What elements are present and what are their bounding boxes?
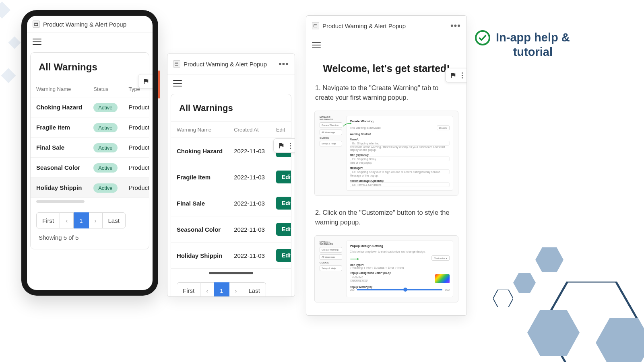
- warnings-table: Warning Name Status Type Choking HazardA…: [31, 81, 149, 198]
- table-row[interactable]: Final SaleActiveProduct: [31, 138, 149, 158]
- titlebar: 🗔 Product Warning & Alert Popup •••: [167, 54, 295, 74]
- pager-next[interactable]: ›: [89, 212, 103, 228]
- more-menu[interactable]: •••: [450, 21, 461, 31]
- callout: In-app help & tutorial: [475, 30, 570, 60]
- flag-button[interactable]: [138, 74, 153, 88]
- col-name: Warning Name: [31, 81, 88, 97]
- status-badge: Active: [93, 163, 117, 173]
- pager: First ‹ 1 › Last: [31, 207, 149, 234]
- flag-icon: [450, 72, 457, 79]
- col-created: Created At: [228, 122, 270, 138]
- pager-prev[interactable]: ‹: [200, 282, 214, 297]
- pager-first[interactable]: First: [36, 212, 60, 228]
- more-menu[interactable]: •••: [279, 59, 289, 69]
- app-title: Product Warning & Alert Popup: [184, 61, 267, 68]
- hexagon-icon: [527, 310, 580, 356]
- menu-button[interactable]: [27, 33, 153, 51]
- app-icon: 🗔: [173, 60, 180, 68]
- tutorial-step-2: 2. Click on the "Customize" button to st…: [306, 205, 466, 233]
- pager-page-1[interactable]: 1: [214, 282, 229, 297]
- showing-text: Showing 5 of 5: [31, 234, 149, 249]
- flag-button[interactable]: [273, 138, 295, 153]
- table-row[interactable]: Fragile ItemActiveProduct: [31, 117, 149, 138]
- check-circle-icon: [475, 30, 490, 45]
- hamburger-icon: [312, 42, 321, 48]
- svg-marker-0: [535, 247, 564, 272]
- welcome-heading: Welcome, let's get started!: [306, 54, 466, 80]
- phone-frame: 🗔 Product Warning & Alert Popup All Warn…: [21, 10, 158, 296]
- arrow-icon: [343, 122, 354, 128]
- app-icon: 🗔: [33, 21, 40, 28]
- hexagon-icon: [493, 290, 513, 307]
- status-badge: Active: [93, 103, 117, 112]
- svg-marker-4: [527, 310, 580, 356]
- col-edit: Edit: [270, 122, 291, 138]
- phone-screen: 🗔 Product Warning & Alert Popup All Warn…: [27, 16, 153, 290]
- status-badge: Active: [93, 143, 117, 152]
- flag-more-icon: [290, 143, 291, 149]
- mock-customize-button: Customize ▾: [431, 255, 450, 261]
- tutorial-step-1: 1. Navigate to the "Create Warning" tab …: [306, 80, 466, 108]
- menu-button[interactable]: [167, 74, 295, 92]
- table-row[interactable]: Seasonal Color2022-11-03Edit: [171, 216, 291, 243]
- tutorial-mock-1: MANAGE WARNINGS Create Warning All Warni…: [314, 111, 458, 196]
- menu-button[interactable]: [306, 36, 466, 54]
- status-badge: Active: [93, 123, 117, 132]
- horizontal-scrollbar[interactable]: [209, 272, 253, 274]
- color-picker-icon: [435, 274, 450, 283]
- pager-next[interactable]: ›: [229, 282, 243, 297]
- svg-marker-1: [513, 273, 536, 293]
- tablet-panel: 🗔 Product Warning & Alert Popup ••• All …: [167, 53, 295, 297]
- pager-prev[interactable]: ‹: [60, 212, 74, 228]
- pager-last[interactable]: Last: [103, 212, 126, 228]
- hexagon-icon: [596, 318, 644, 362]
- flag-icon: [278, 142, 285, 149]
- hexagon-icon: [535, 247, 564, 272]
- flag-button[interactable]: [445, 68, 467, 82]
- titlebar: 🗔 Product Warning & Alert Popup: [27, 16, 153, 33]
- table-row[interactable]: Choking HazardActiveProduct: [31, 97, 149, 117]
- col-status: Status: [88, 81, 123, 97]
- all-warnings-card: All Warnings Warning Name Status Type Ch…: [30, 52, 149, 249]
- svg-marker-5: [596, 318, 644, 362]
- pager-page-1[interactable]: 1: [74, 212, 89, 228]
- mock-create-warning-tab: Create Warning: [320, 122, 342, 128]
- table-row[interactable]: Holiday Shippin2022-11-03Edit: [171, 243, 291, 269]
- table-row[interactable]: Fragile Item2022-11-03Edit: [171, 164, 291, 190]
- table-row[interactable]: Final Sale2022-11-03Edit: [171, 190, 291, 216]
- flag-icon: [142, 78, 150, 85]
- pager: First ‹ 1 › Last: [171, 277, 291, 297]
- edit-button[interactable]: Edit: [276, 197, 291, 210]
- hamburger-icon: [33, 39, 41, 45]
- hexagon-icon: [513, 273, 536, 293]
- tutorial-mock-2: MANAGE WARNINGS Create Warning All Warni…: [314, 235, 458, 302]
- col-name: Warning Name: [171, 122, 228, 138]
- status-badge: Active: [93, 183, 117, 193]
- table-row[interactable]: Seasonal ColorActiveProductVa: [31, 158, 149, 178]
- page-title: All Warnings: [171, 94, 291, 121]
- table-row[interactable]: Holiday ShippinActiveProduct: [31, 178, 149, 198]
- horizontal-scrollbar[interactable]: [36, 200, 85, 203]
- edit-button[interactable]: Edit: [276, 171, 291, 183]
- hamburger-icon: [173, 80, 182, 86]
- app-title: Product Warning & Alert Popup: [322, 23, 406, 29]
- svg-marker-2: [493, 290, 513, 307]
- pager-first[interactable]: First: [177, 282, 200, 297]
- tutorial-panel: 🗔 Product Warning & Alert Popup ••• Welc…: [306, 15, 467, 316]
- edit-button[interactable]: Edit: [276, 249, 291, 262]
- arrow-icon: [350, 256, 361, 262]
- titlebar: 🗔 Product Warning & Alert Popup •••: [306, 16, 466, 36]
- flag-more-icon: [462, 72, 463, 78]
- callout-line-1: In-app help &: [496, 30, 570, 45]
- pager-last[interactable]: Last: [243, 282, 266, 297]
- page-title: All Warnings: [31, 53, 149, 81]
- all-warnings-card: All Warnings Warning Name Created At Edi…: [171, 94, 291, 297]
- app-title: Product Warning & Alert Popup: [43, 21, 126, 28]
- edit-button[interactable]: Edit: [276, 223, 291, 236]
- callout-line-2: tutorial: [496, 45, 570, 59]
- app-icon: 🗔: [312, 22, 319, 29]
